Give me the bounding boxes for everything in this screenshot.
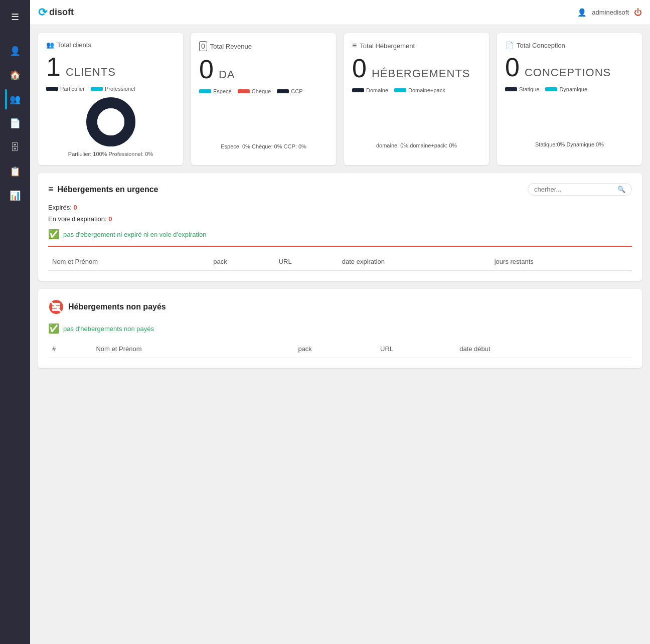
- clients-footer: Partiulier: 100% Professionnel: 0%: [46, 151, 175, 157]
- logo: ⟳ disoft: [38, 6, 74, 19]
- stat-card-clients: 👥 Total clients 1 CLIENTS Particulier Pr…: [38, 33, 183, 165]
- sidebar-item-files[interactable]: 📋: [5, 159, 25, 184]
- clients-card-title: Total clients: [57, 41, 91, 49]
- conception-card-title: Total Conception: [517, 42, 565, 49]
- sidebar-item-reports[interactable]: 📊: [5, 184, 25, 208]
- conception-footer: Statique:0% Dynamique:0%: [505, 141, 634, 147]
- legend-label-ccp: CCP: [291, 88, 302, 94]
- legend-dot-professionel: [91, 87, 103, 91]
- topbar: ⟳ disoft 👤 adminedisoft ⏻: [30, 0, 650, 25]
- col-hash: #: [48, 340, 92, 358]
- urgence-panel: ≡ Hébergements en urgence 🔍 Expirés: 0 E…: [38, 173, 642, 281]
- conception-card-icon: 📄: [505, 41, 514, 49]
- urgence-title: ≡ Hébergements en urgence: [48, 184, 158, 195]
- revenue-card-title: Total Revenue: [210, 43, 252, 50]
- legend-domaine: Domaine: [352, 87, 388, 93]
- urgence-icon: ≡: [48, 184, 54, 195]
- expires-value: 0: [74, 204, 77, 211]
- hebergement-footer: domaine: 0% domaine+pack: 0%: [352, 142, 481, 148]
- conception-number: 0: [505, 54, 520, 80]
- col-action: [602, 340, 632, 358]
- revenue-footer: Espece: 0% Chèque: 0% CCP: 0%: [199, 143, 328, 149]
- legend-label-statique: Statique: [519, 86, 539, 92]
- stat-cards: 👥 Total clients 1 CLIENTS Particulier Pr…: [38, 33, 642, 165]
- logo-text: disoft: [49, 7, 74, 18]
- legend-espece: Espece: [199, 88, 232, 94]
- menu-toggle[interactable]: ☰: [5, 7, 25, 27]
- hebergement-label: HÉBERGEMENTS: [372, 67, 470, 80]
- donut-chart: [86, 97, 136, 147]
- legend-dot-espece: [199, 89, 211, 93]
- col-nom2: Nom et Prénom: [92, 340, 294, 358]
- red-divider: [48, 246, 632, 247]
- topbar-right: 👤 adminedisoft ⏻: [577, 8, 642, 17]
- power-button[interactable]: ⏻: [634, 8, 642, 17]
- stat-card-hebergement: ≡ Total Hébergement 0 HÉBERGEMENTS Domai…: [344, 33, 489, 165]
- search-box[interactable]: 🔍: [528, 183, 632, 196]
- clients-label: CLIENTS: [66, 66, 116, 79]
- hebergement-card-title: Total Hébergement: [360, 42, 415, 50]
- logo-icon: ⟳: [38, 6, 47, 19]
- urgence-table: Nom et Prénom pack URL date expiration j…: [48, 253, 632, 271]
- non-payes-check-icon: ✅: [48, 323, 59, 334]
- conception-label: CONCEPTIONS: [525, 66, 611, 79]
- col-url: URL: [275, 253, 338, 271]
- legend-label-dynamique: Dynamique: [559, 86, 587, 92]
- col-pack2: pack: [294, 340, 376, 358]
- legend-label-espece: Espece: [213, 88, 232, 94]
- sidebar-item-database[interactable]: 🗄: [5, 135, 25, 159]
- legend-domainepack: Domaine+pack: [394, 87, 445, 93]
- legend-label-domainepack: Domaine+pack: [408, 87, 445, 93]
- stat-card-conception: 📄 Total Conception 0 CONCEPTIONS Statiqu…: [497, 33, 642, 165]
- non-payes-success-msg: ✅ pas d'hebergements non payés: [48, 323, 632, 334]
- donut-container: [46, 97, 175, 147]
- col-pack: pack: [209, 253, 274, 271]
- non-payes-panel: Hébergements non payés ✅ pas d'hebergeme…: [38, 289, 642, 368]
- legend-label-particulier: Particulier: [60, 86, 85, 92]
- legend-label-professionel: Professionel: [105, 86, 135, 92]
- en-voie-label: En voie d'expiration:: [48, 215, 107, 223]
- stat-card-revenue: 0 Total Revenue 0 DA Espece Chèque: [191, 33, 336, 165]
- legend-professionel: Professionel: [91, 86, 135, 92]
- en-voie-value: 0: [108, 215, 112, 223]
- hebergement-card-icon: ≡: [352, 41, 357, 50]
- revenue-label: DA: [219, 68, 235, 81]
- legend-dot-statique: [505, 87, 517, 91]
- sidebar-item-home[interactable]: 🏠: [5, 63, 25, 87]
- urgence-success-msg: ✅ pas d'ebergement ni expiré ni en voie …: [48, 229, 632, 240]
- legend-dot-domaine: [352, 88, 364, 92]
- sidebar: ☰ 👤 🏠 👥 📄 🗄 📋 📊: [0, 0, 30, 644]
- col-date-expiration: date expiration: [338, 253, 491, 271]
- urgence-title-text: Hébergements en urgence: [58, 185, 158, 194]
- col-date-debut: date début: [455, 340, 602, 358]
- search-input[interactable]: [534, 186, 614, 193]
- topbar-left: ⟳ disoft: [38, 6, 74, 19]
- legend-statique: Statique: [505, 86, 539, 92]
- expires-label: Expirés:: [48, 204, 72, 211]
- legend-label-domaine: Domaine: [366, 87, 388, 93]
- non-payes-table: # Nom et Prénom pack URL date début: [48, 340, 632, 358]
- sidebar-item-clients[interactable]: 👥: [5, 87, 25, 111]
- sidebar-item-user[interactable]: 👤: [5, 39, 25, 63]
- urgence-success-text: pas d'ebergement ni expiré ni en voie d'…: [63, 231, 206, 238]
- legend-dot-particulier: [46, 87, 58, 91]
- legend-dot-dynamique: [545, 87, 557, 91]
- legend-dot-ccp: [277, 89, 289, 93]
- expires-row: Expirés: 0: [48, 204, 632, 211]
- revenue-card-icon: 0: [199, 41, 207, 51]
- legend-label-cheque: Chèque: [252, 88, 271, 94]
- check-icon: ✅: [48, 229, 59, 240]
- svg-point-2: [97, 108, 124, 135]
- clients-card-icon: 👥: [46, 41, 54, 49]
- content: 👥 Total clients 1 CLIENTS Particulier Pr…: [30, 25, 650, 644]
- col-nom: Nom et Prénom: [48, 253, 209, 271]
- legend-dot-domainepack: [394, 88, 406, 92]
- non-payes-success-text: pas d'hebergements non payés: [63, 325, 154, 333]
- non-payes-title: Hébergements non payés: [48, 299, 166, 315]
- clients-number: 1: [46, 54, 61, 80]
- legend-cheque: Chèque: [238, 88, 271, 94]
- hebergement-number: 0: [352, 55, 367, 81]
- sidebar-item-documents[interactable]: 📄: [5, 111, 25, 135]
- col-jours: jours restants: [491, 253, 632, 271]
- search-icon: 🔍: [617, 186, 625, 193]
